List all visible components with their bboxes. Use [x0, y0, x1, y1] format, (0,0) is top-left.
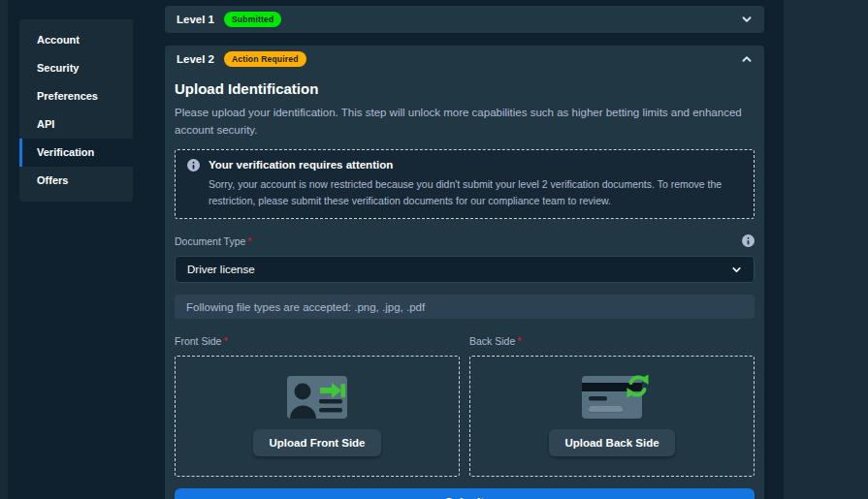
required-marker: * — [247, 235, 251, 247]
sidebar-item-security[interactable]: Security — [19, 54, 133, 82]
info-icon — [187, 159, 200, 172]
chevron-down-icon — [741, 14, 753, 25]
id-card-back-icon — [582, 376, 642, 419]
chevron-up-icon — [741, 53, 753, 65]
back-side-label: Back Side* — [469, 331, 755, 349]
upload-back-side-button[interactable]: Upload Back Side — [549, 429, 674, 456]
level1-title: Level 1 — [177, 14, 214, 25]
document-type-info-icon[interactable] — [742, 234, 755, 247]
required-marker: * — [517, 335, 521, 347]
front-side-dropzone[interactable]: Upload Front Side — [175, 356, 460, 477]
back-side-dropzone[interactable]: Upload Back Side — [469, 356, 755, 477]
level2-accordion: Level 2 Action Required Upload Identific… — [165, 46, 764, 499]
sidebar-item-preferences[interactable]: Preferences — [19, 82, 133, 110]
section-heading: Upload Identification — [175, 80, 755, 97]
level1-accordion-header[interactable]: Level 1 Submitted — [165, 6, 764, 33]
sidebar-item-verification[interactable]: Verification — [19, 139, 133, 167]
level2-body: Upload Identification Please upload your… — [165, 73, 764, 499]
back-side-column: Back Side* — [469, 331, 755, 477]
level2-accordion-header[interactable]: Level 2 Action Required — [165, 46, 764, 73]
upload-front-side-button[interactable]: Upload Front Side — [253, 429, 380, 456]
id-card-front-icon — [287, 376, 347, 419]
sidebar-item-offers[interactable]: Offers — [19, 167, 133, 195]
level2-status-badge: Action Required — [224, 51, 306, 67]
file-types-note: Following file types are accepted: .png,… — [175, 295, 755, 319]
document-type-label: Document Type — [175, 235, 245, 247]
verification-warning-box: Your verification requires attention Sor… — [175, 149, 755, 220]
settings-sidebar: Account Security Preferences API Verific… — [19, 19, 133, 202]
warning-body: Sorry, your account is now restricted be… — [209, 176, 742, 209]
level1-status-badge: Submitted — [224, 12, 281, 27]
left-edge-strip — [0, 0, 8, 499]
section-description: Please upload your identification. This … — [175, 104, 755, 140]
chevron-down-icon — [731, 265, 742, 275]
level2-title: Level 2 — [177, 53, 214, 65]
upload-grid: Front Side* — [175, 331, 755, 477]
submit-button[interactable]: Submit — [175, 488, 755, 499]
verification-settings-page: Account Security Preferences API Verific… — [0, 0, 868, 499]
right-panel-strip — [784, 0, 868, 499]
verification-content: Level 1 Submitted Level 2 Action Require… — [165, 6, 764, 499]
sidebar-item-api[interactable]: API — [19, 110, 133, 139]
document-type-selected-value: Driver license — [187, 264, 255, 275]
front-side-column: Front Side* — [175, 331, 460, 477]
document-type-select[interactable]: Driver license — [175, 256, 755, 283]
refresh-arrows-icon — [625, 373, 651, 399]
warning-title: Your verification requires attention — [209, 159, 393, 171]
required-marker: * — [223, 335, 227, 347]
sidebar-item-account[interactable]: Account — [19, 26, 133, 54]
document-type-row: Document Type* — [175, 232, 755, 249]
front-side-label: Front Side* — [175, 331, 460, 349]
